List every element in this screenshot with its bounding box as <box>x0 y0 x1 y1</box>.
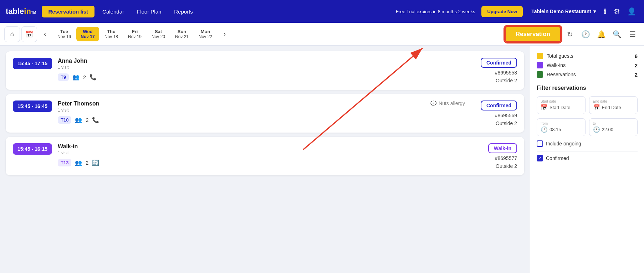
settings-icon-button[interactable]: ⚙ <box>612 5 622 18</box>
filter-title: Filter reservations <box>537 85 638 91</box>
booking-id: #8695569 <box>495 113 517 118</box>
home-button[interactable]: ⌂ <box>4 26 20 42</box>
notifications-button[interactable]: 🔔 <box>594 27 608 41</box>
search-icon: 🔍 <box>613 30 622 38</box>
guests-icon: 👥 <box>75 117 82 123</box>
card-right: Confirmed #8695558 Outside 2 <box>471 58 517 83</box>
time-badge: 15:45 - 16:45 <box>13 101 52 112</box>
confirmed-filter-row: ✓ Confirmed <box>537 155 638 161</box>
phone-icon: 📞 <box>92 117 99 123</box>
nav-calendar[interactable]: Calendar <box>97 6 129 17</box>
reservation-card[interactable]: 15:45 - 17:15 Anna John 1 visit T9 👥 2 📞… <box>6 51 524 90</box>
nav-reservation-list[interactable]: Reservation list <box>42 6 94 17</box>
status-badge: Confirmed <box>481 58 517 68</box>
to-label: to <box>593 122 614 125</box>
reservation-card[interactable]: 15:45 - 16:15 Walk-in 1 visit T13 👥 2 🔄 … <box>6 137 524 175</box>
stats-section: Total guests 6 Walk-ins 2 Reservations 2 <box>537 53 638 78</box>
guest-name: Peter Thomson <box>58 101 418 107</box>
date-button-Nov-20[interactable]: SatNov 20 <box>147 27 170 41</box>
time-badge: 15:45 - 16:15 <box>13 143 52 155</box>
table-tag: T13 <box>58 159 71 166</box>
logo-tm: TM <box>31 11 36 15</box>
restaurant-selector[interactable]: Tablein Demo Restaurant ▾ <box>531 9 596 14</box>
table-location: Outside 2 <box>496 78 517 83</box>
end-date-value: End Date <box>602 105 621 110</box>
stat-label: Reservations <box>547 72 631 77</box>
guests-icon: 👥 <box>75 159 82 166</box>
include-ongoing-row: Include ongoing <box>537 140 638 147</box>
chevron-left-icon: ‹ <box>44 30 46 38</box>
user-icon-button[interactable]: 👤 <box>625 5 638 18</box>
refresh-button[interactable]: ↻ <box>563 27 577 41</box>
confirmed-checkbox[interactable]: ✓ <box>537 155 543 161</box>
filter-divider <box>537 151 638 151</box>
main-content: 15:45 - 17:15 Anna John 1 visit T9 👥 2 📞… <box>0 46 644 273</box>
calendar-icon: 📅 <box>25 30 33 38</box>
time-filter-row: from 🕐 08:15 to 🕐 22:00 <box>537 118 638 136</box>
search-button[interactable]: 🔍 <box>610 27 624 41</box>
menu-button[interactable]: ☰ <box>625 27 640 41</box>
history-button[interactable]: 🕐 <box>578 27 593 41</box>
date-button-Nov-17[interactable]: WedNov 17 <box>76 27 99 41</box>
phone-icon: 📞 <box>90 74 97 81</box>
info-icon-button[interactable]: ℹ <box>602 5 609 18</box>
nav-floor-plan[interactable]: Floor Plan <box>132 6 166 17</box>
booking-id: #8695558 <box>495 70 517 76</box>
guest-name: Anna John <box>58 58 465 64</box>
date-button-Nov-16[interactable]: TueNov 16 <box>53 27 76 41</box>
booking-id: #8695577 <box>495 155 517 161</box>
time-badge: 15:45 - 17:15 <box>13 58 52 69</box>
visit-count: 1 visit <box>58 108 418 113</box>
trial-text: Free Trial expires in 8 months 2 weeks <box>396 9 475 14</box>
guests-icon: 👥 <box>72 74 80 81</box>
table-tag: T10 <box>58 116 71 124</box>
table-location: Outside 2 <box>496 163 517 169</box>
confirmed-filter-label: Confirmed <box>546 155 569 161</box>
reservation-card[interactable]: 15:45 - 16:45 Peter Thomson 1 visit T10 … <box>6 94 524 133</box>
clock-to-icon: 🕐 <box>593 126 600 133</box>
clock-icon: 🕐 <box>581 30 590 38</box>
date-button-Nov-21[interactable]: SunNov 21 <box>170 27 193 41</box>
start-date-field[interactable]: Start date 📅 Start Date <box>537 96 586 114</box>
from-time-field[interactable]: from 🕐 08:15 <box>537 118 586 136</box>
stat-value: 2 <box>635 62 638 68</box>
reservation-button[interactable]: Reservation <box>505 26 561 42</box>
include-ongoing-label: Include ongoing <box>546 141 581 146</box>
to-time-value: 22:00 <box>602 127 614 132</box>
user-icon: 👤 <box>627 7 636 16</box>
calendar-start-icon: 📅 <box>541 104 548 111</box>
logo: tableinTM <box>6 7 36 16</box>
chevron-right-icon: › <box>224 30 226 38</box>
start-date-value: Start Date <box>550 105 571 110</box>
stat-item: Reservations 2 <box>537 71 638 78</box>
from-label: from <box>541 122 561 125</box>
reservation-note: 💬 Nuts allergy <box>430 101 465 106</box>
card-meta: T13 👥 2 🔄 <box>58 159 465 166</box>
next-date-button[interactable]: › <box>218 28 231 41</box>
visit-count: 1 visit <box>58 65 465 70</box>
prev-date-button[interactable]: ‹ <box>39 28 51 41</box>
stat-dot <box>537 62 543 68</box>
home-icon: ⌂ <box>10 30 14 38</box>
from-time-value: 08:15 <box>550 127 561 132</box>
to-time-field[interactable]: to 🕐 22:00 <box>589 118 638 136</box>
stat-value: 2 <box>635 72 638 78</box>
refresh-icon: ↻ <box>567 30 573 38</box>
stat-item: Walk-ins 2 <box>537 62 638 68</box>
date-button-Nov-22[interactable]: MonNov 22 <box>194 27 217 41</box>
calendar-icon-button[interactable]: 📅 <box>21 26 37 42</box>
card-right: Confirmed #8695569 Outside 2 <box>471 101 517 126</box>
card-meta: T10 👥 2 📞 <box>58 116 418 124</box>
end-date-field[interactable]: End date 📅 End Date <box>589 96 638 114</box>
include-ongoing-checkbox[interactable] <box>537 140 543 147</box>
date-button-Nov-19[interactable]: FriNov 19 <box>123 27 146 41</box>
clock-from-icon: 🕐 <box>541 126 548 133</box>
logo-in: in <box>24 7 31 16</box>
stat-dot <box>537 71 543 78</box>
stat-label: Total guests <box>547 53 631 59</box>
status-badge: Walk-in <box>488 143 517 153</box>
upgrade-button[interactable]: Upgrade Now <box>481 6 523 17</box>
date-button-Nov-18[interactable]: ThuNov 18 <box>100 27 123 41</box>
walkin-icon: 🔄 <box>92 159 99 166</box>
nav-reports[interactable]: Reports <box>169 6 198 17</box>
